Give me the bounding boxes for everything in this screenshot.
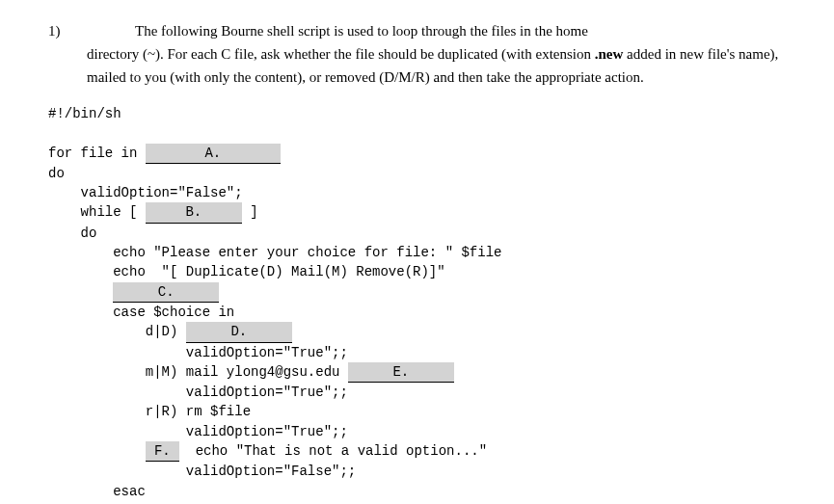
intro-extension: .new: [595, 46, 624, 62]
code-case-r-valid: validOption="True";;: [48, 424, 348, 439]
blank-b: B.: [146, 202, 242, 223]
blank-a: A.: [146, 144, 281, 164]
question-intro: 1)The following Bourne shell script is u…: [48, 19, 786, 89]
code-case: case $choice in: [48, 305, 234, 320]
code-case-d-valid: validOption="True";;: [48, 345, 348, 360]
blank-f: F.: [146, 441, 179, 462]
code-while-pre: while [: [48, 204, 146, 220]
code-block: #!/bin/sh for file in A. do validOption=…: [48, 104, 786, 504]
code-while-post: ]: [242, 204, 258, 220]
code-echo1: echo "Please enter your choice for file:…: [48, 245, 501, 260]
intro-rest: directory (~). For each C file, ask whet…: [87, 46, 595, 62]
code-esac: esac: [48, 484, 146, 499]
code-validopt: validOption="False";: [48, 185, 243, 200]
question-number: 1): [48, 19, 135, 42]
code-do2: do: [48, 225, 96, 241]
code-blank-c-indent: [48, 284, 113, 300]
blank-e: E.: [348, 362, 454, 383]
intro-continued: directory (~). For each C file, ask whet…: [87, 42, 786, 89]
code-do1: do: [48, 166, 65, 181]
blank-d: D.: [186, 322, 292, 342]
code-default-valid: validOption="False";;: [48, 464, 356, 479]
intro-first-line: The following Bourne shell script is use…: [135, 23, 588, 39]
code-default-indent: [48, 443, 146, 459]
code-shebang: #!/bin/sh: [48, 106, 121, 121]
blank-c: C.: [113, 282, 219, 303]
code-case-r: r|R) rm $file: [48, 404, 251, 419]
code-echo2: echo "[ Duplicate(D) Mail(M) Remove(R)]": [48, 264, 445, 279]
code-for-pre: for file in: [48, 146, 146, 161]
code-case-m-pre: m|M) mail ylong4@gsu.edu: [48, 364, 348, 380]
code-default-post: echo "That is not a valid option...": [179, 443, 487, 459]
code-case-m-valid: validOption="True";;: [48, 385, 348, 400]
code-case-d-pre: d|D): [48, 324, 186, 339]
